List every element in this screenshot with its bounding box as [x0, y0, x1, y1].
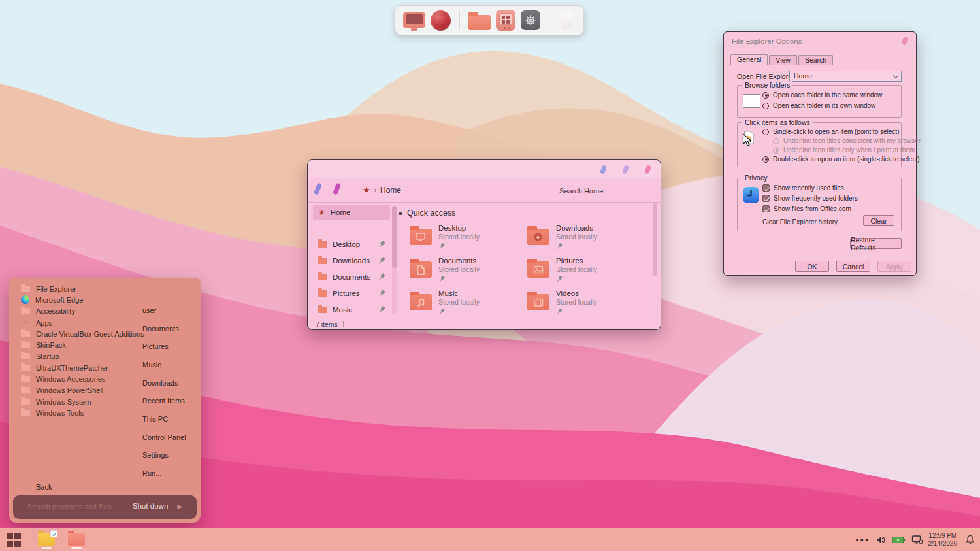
notifications-bell-icon[interactable] — [966, 535, 975, 544]
start-menu-place-control-panel[interactable]: Control Panel — [142, 428, 193, 446]
battery-icon[interactable] — [892, 535, 906, 544]
cancel-button[interactable]: Cancel — [836, 261, 870, 272]
sidebar-item-downloads[interactable]: Downloads — [313, 252, 390, 269]
scrollbar-thumb[interactable] — [392, 206, 397, 268]
device-icon[interactable] — [496, 8, 515, 32]
taskbar-options-icon[interactable] — [38, 533, 55, 546]
start-menu-item-microsoft-edge[interactable]: Microsoft Edge — [21, 294, 144, 305]
ok-button[interactable]: OK — [795, 261, 829, 272]
mouse-cursor — [742, 133, 753, 148]
start-menu-item-oracle-virtualbox-guest-additions[interactable]: Oracle VirtualBox Guest Additions — [21, 328, 144, 339]
start-menu-place-label: Music — [142, 361, 161, 369]
radio-underline-point: Underline icon titles only when I point … — [773, 146, 915, 154]
browse-folders-group: Browse folders Open each folder in the s… — [737, 85, 902, 118]
sidebar-item-documents[interactable]: Documents — [313, 269, 390, 285]
start-menu-place-user[interactable]: user — [142, 301, 193, 320]
overflow-icon[interactable]: ●●● — [855, 537, 870, 543]
shutdown-button[interactable]: Shut down ▶ — [133, 502, 182, 510]
taskbar-explorer-icon[interactable] — [68, 533, 85, 546]
folder-icon — [21, 399, 30, 405]
display-icon[interactable] — [403, 8, 425, 32]
checkbox-recently-used[interactable]: Show recently used files — [762, 184, 844, 192]
search-input[interactable]: Search Home — [559, 187, 603, 195]
start-menu-item-skinpack[interactable]: SkinPack — [21, 339, 144, 350]
checkbox-office-files[interactable]: Show files from Office.com — [762, 205, 851, 212]
content-scrollbar[interactable] — [653, 203, 657, 318]
network-globe-icon[interactable] — [431, 8, 451, 32]
volume-icon[interactable] — [876, 535, 886, 544]
clock[interactable]: 12:59 PM 2/14/2026 — [928, 532, 958, 547]
quick-access-header[interactable]: Quick access — [399, 209, 455, 218]
radio-icon — [773, 138, 779, 144]
breadcrumb[interactable]: ★ › Home — [363, 185, 401, 195]
sidebar-item-music[interactable]: Music — [313, 301, 390, 318]
restore-defaults-button[interactable]: Restore Defaults — [850, 238, 902, 249]
clear-button[interactable]: Clear — [863, 215, 894, 226]
tile-downloads[interactable]: Downloads Stored locally — [527, 224, 640, 254]
start-menu-place-music[interactable]: Music — [142, 356, 193, 374]
tile-pictures[interactable]: Pictures Stored locally — [527, 257, 640, 287]
sidebar-item-pictures[interactable]: Pictures — [313, 285, 390, 301]
back-icon[interactable] — [314, 182, 322, 195]
start-menu-item-label: Windows Tools — [36, 409, 84, 417]
tab-divider — [728, 65, 912, 65]
radio-icon — [762, 92, 769, 99]
tab-search[interactable]: Search — [798, 55, 833, 65]
start-menu-place-run[interactable]: Run... — [142, 464, 193, 482]
start-menu-item-label: Windows PowerShell — [36, 386, 103, 394]
start-menu-place-recent-items[interactable]: Recent Items› — [142, 392, 193, 410]
tile-desktop[interactable]: Desktop Stored locally — [410, 224, 522, 254]
start-menu-place-settings[interactable]: Settings — [142, 446, 193, 465]
downloads-folder-icon — [527, 229, 549, 245]
forward-icon[interactable] — [333, 182, 341, 195]
radio-double-click[interactable]: Double-click to open an item (single-cli… — [762, 156, 920, 163]
scrollbar-thumb[interactable] — [653, 203, 657, 276]
start-menu-item-windows-tools[interactable]: Windows Tools — [21, 407, 144, 418]
start-menu-item-ultrauxthemepatcher[interactable]: UltraUXThemePatcher — [21, 362, 144, 373]
network-icon[interactable] — [911, 535, 923, 544]
start-menu-item-windows-accessories[interactable]: Windows Accessories — [21, 373, 144, 384]
start-menu-place-documents[interactable]: Documents — [142, 320, 193, 338]
start-menu-item-apps[interactable]: Apps — [21, 317, 144, 328]
tile-videos[interactable]: Videos Stored locally — [527, 290, 640, 320]
dock-separator — [459, 10, 460, 30]
start-menu-place-this-pc[interactable]: This PC — [142, 410, 193, 428]
breadcrumb-home[interactable]: Home — [380, 186, 401, 195]
start-button[interactable] — [7, 533, 21, 547]
close-icon[interactable] — [901, 36, 909, 46]
settings-gear-icon[interactable] — [521, 8, 540, 32]
tile-name: Documents — [438, 257, 480, 265]
start-menu-place-label: user — [142, 307, 156, 314]
radio-single-click[interactable]: Single-click to open an item (point to s… — [762, 128, 899, 135]
tile-documents[interactable]: Documents Stored locally — [410, 257, 522, 287]
tab-view[interactable]: View — [769, 55, 797, 65]
sidebar-scrollbar[interactable] — [392, 206, 397, 314]
tab-general[interactable]: General — [730, 54, 768, 65]
start-search-input[interactable]: Search programs and files — [27, 503, 111, 510]
shutdown-arrow-icon[interactable]: ▶ — [177, 503, 182, 510]
start-menu-item-windows-system[interactable]: Windows System — [21, 396, 144, 407]
checkbox-frequently-used[interactable]: Show frequently used folders — [762, 195, 858, 202]
start-menu-item-file-explorer[interactable]: File Explorer — [21, 283, 144, 294]
start-menu-place-downloads[interactable]: Downloads — [142, 374, 193, 392]
back-button[interactable]: Back — [36, 483, 52, 491]
sidebar-item-desktop[interactable]: Desktop — [313, 236, 390, 252]
folder-icon — [21, 376, 30, 382]
privacy-group: Privacy Show recently used files Show fr… — [737, 178, 902, 231]
files-folder-icon[interactable] — [468, 8, 491, 32]
pin-icon — [555, 242, 563, 250]
sidebar-item-home[interactable]: ★ Home — [313, 205, 390, 220]
open-to-dropdown[interactable]: Home — [789, 71, 902, 82]
trash-icon[interactable] — [558, 8, 576, 32]
radio-open-own-window[interactable]: Open each folder in its own window — [762, 102, 875, 109]
radio-open-same-window[interactable]: Open each folder in the same window — [762, 92, 882, 99]
chevron-right-icon: › — [374, 186, 376, 193]
radio-label: Double-click to open an item (single-cli… — [773, 156, 920, 163]
tile-music[interactable]: Music Stored locally — [410, 290, 522, 320]
start-menu-item-accessibility[interactable]: Accessibility — [21, 306, 144, 317]
start-menu-item-startup[interactable]: Startup — [21, 351, 144, 362]
titlebar[interactable] — [308, 160, 661, 178]
start-menu-place-pictures[interactable]: Pictures — [142, 337, 193, 356]
checkbox-label: Show frequently used folders — [774, 195, 858, 202]
start-menu-item-windows-powershell[interactable]: Windows PowerShell — [21, 385, 144, 396]
